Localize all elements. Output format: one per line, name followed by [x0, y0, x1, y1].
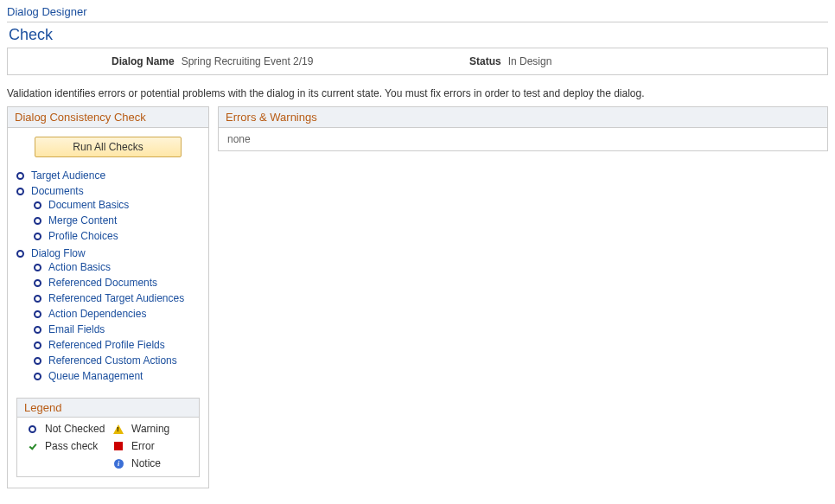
not-checked-icon [16, 250, 24, 258]
not-checked-icon [34, 233, 41, 240]
check-link[interactable]: Referenced Documents [48, 277, 157, 289]
not-checked-icon [34, 264, 41, 271]
check-item-referenced-target-audiences[interactable]: Referenced Target Audiences [34, 292, 200, 304]
not-checked-icon [16, 188, 24, 195]
errors-warnings-panel: Errors & Warnings none [218, 106, 828, 151]
not-checked-icon [34, 217, 41, 225]
not-checked-icon [34, 357, 41, 365]
pass-icon [27, 441, 37, 451]
legend-error: Error [131, 440, 192, 452]
check-item-dialog-flow[interactable]: Dialog Flow [16, 247, 200, 259]
check-link[interactable]: Dialog Flow [31, 247, 86, 259]
check-link[interactable]: Document Basics [48, 199, 129, 211]
check-item-document-basics[interactable]: Document Basics [34, 199, 200, 211]
check-item-referenced-documents[interactable]: Referenced Documents [34, 277, 200, 289]
check-link[interactable]: Profile Choices [48, 230, 118, 242]
check-link[interactable]: Referenced Custom Actions [48, 354, 177, 367]
legend-title: Legend [17, 399, 199, 418]
not-checked-icon [34, 295, 41, 303]
not-checked-icon [34, 201, 41, 209]
notice-icon: i [114, 459, 124, 469]
check-link[interactable]: Referenced Profile Fields [48, 339, 165, 351]
errors-warnings-body: none [219, 128, 827, 150]
check-item-profile-choices[interactable]: Profile Choices [34, 230, 200, 242]
check-item-referenced-profile-fields[interactable]: Referenced Profile Fields [34, 339, 200, 351]
check-link[interactable]: Action Dependencies [48, 308, 146, 320]
not-checked-icon [34, 326, 41, 334]
page-title: Check [7, 24, 828, 48]
not-checked-icon [34, 310, 41, 318]
check-item-target-audience[interactable]: Target Audience [16, 169, 200, 182]
status-value: In Design [508, 55, 552, 67]
legend-not-checked: Not Checked [45, 423, 105, 435]
dialog-name-value: Spring Recruiting Event 2/19 [182, 55, 314, 67]
consistency-check-title: Dialog Consistency Check [8, 107, 208, 128]
not-checked-icon [16, 172, 24, 180]
legend-warning: Warning [131, 423, 192, 435]
check-link[interactable]: Merge Content [48, 214, 117, 226]
check-item-action-dependencies[interactable]: Action Dependencies [34, 308, 200, 320]
not-checked-icon [34, 341, 41, 349]
check-link[interactable]: Target Audience [31, 169, 105, 182]
check-item-documents[interactable]: Documents [16, 185, 200, 197]
not-checked-icon [34, 373, 41, 380]
run-all-checks-button[interactable]: Run All Checks [35, 137, 182, 157]
check-link[interactable]: Email Fields [48, 323, 105, 335]
legend: Legend Not Checked Warning Pass check Er… [16, 398, 200, 477]
dialog-name-label: Dialog Name [112, 55, 175, 67]
check-link[interactable]: Action Basics [48, 261, 111, 273]
warning-icon [113, 424, 124, 434]
legend-pass: Pass check [45, 440, 105, 452]
info-bar: Dialog Name Spring Recruiting Event 2/19… [7, 48, 828, 75]
check-link[interactable]: Queue Management [48, 370, 143, 382]
check-item-referenced-custom-actions[interactable]: Referenced Custom Actions [34, 354, 200, 367]
breadcrumb-link[interactable]: Dialog Designer [7, 5, 87, 18]
check-item-merge-content[interactable]: Merge Content [34, 214, 200, 226]
consistency-check-panel: Dialog Consistency Check Run All Checks … [7, 106, 209, 488]
error-icon [114, 442, 123, 450]
check-link[interactable]: Documents [31, 185, 84, 197]
legend-notice: Notice [131, 457, 192, 469]
errors-warnings-title: Errors & Warnings [219, 107, 827, 128]
status-label: Status [469, 55, 501, 67]
intro-text: Validation identifies errors or potentia… [7, 87, 828, 99]
check-item-action-basics[interactable]: Action Basics [34, 261, 200, 273]
check-item-email-fields[interactable]: Email Fields [34, 323, 200, 335]
check-link[interactable]: Referenced Target Audiences [48, 292, 184, 304]
divider [7, 22, 828, 22]
not-checked-icon [29, 425, 36, 433]
check-item-queue-management[interactable]: Queue Management [34, 370, 200, 382]
not-checked-icon [34, 279, 41, 287]
